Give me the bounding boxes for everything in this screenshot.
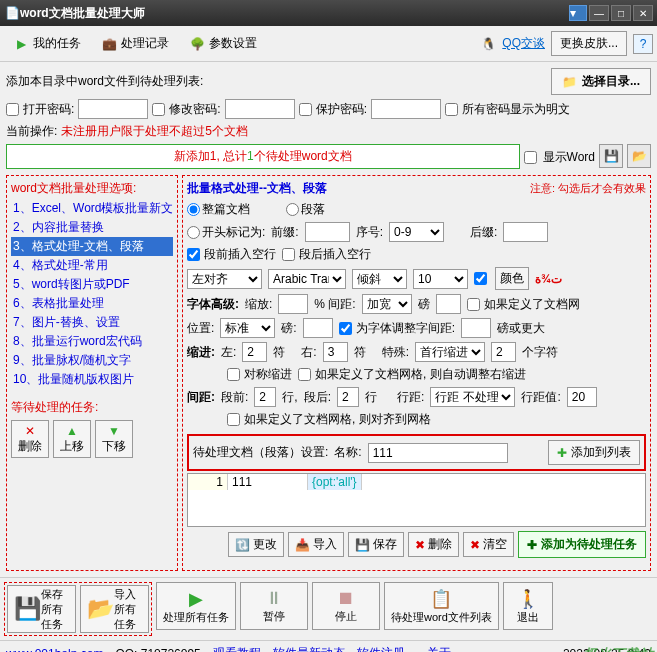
color-button[interactable]: 颜色 [495,267,529,290]
floppy-icon: 💾 [14,596,41,622]
sym-indent-check[interactable]: 对称缩进 [227,366,292,383]
adjust-font-check[interactable]: 为字体调整字间距: [339,320,455,337]
import-all-button[interactable]: 📂导入所有任务 [80,585,149,633]
current-op-value: 未注册用户限于处理不超过5个文档 [61,123,248,140]
prefix-input[interactable] [305,222,350,242]
zoom-input[interactable] [278,294,308,314]
seq-select[interactable]: 0-9 [389,222,444,242]
site-link[interactable]: www.001help.com [6,647,103,653]
indent-right-input[interactable] [323,342,348,362]
settings-grid[interactable]: 1 111 {opt:'all'} [187,473,646,527]
change-button[interactable]: 🔃更改 [228,532,284,557]
row-name: 111 [228,474,308,490]
close-button[interactable]: ✕ [633,5,653,21]
option-item[interactable]: 2、内容批量替换 [11,218,173,237]
stop-button[interactable]: ⏹停止 [312,582,380,630]
pound2-input[interactable] [303,318,333,338]
open-password-input[interactable] [78,99,148,119]
pause-icon: ⏸ [265,588,283,609]
insert-before-check[interactable]: 段前插入空行 [187,246,276,263]
options-panel: word文档批量处理选项: 1、Excel、Word模板批量新文件 2、内容批量… [6,175,178,571]
suffix-input[interactable] [503,222,548,242]
tab-settings[interactable]: 🌳参数设置 [180,30,266,57]
news-link[interactable]: 软件最新动态 [273,645,345,652]
delete-button[interactable]: ✖删除 [408,532,459,557]
style-select[interactable]: 倾斜 [352,269,407,289]
window-dropdown[interactable]: ▾ [569,5,587,21]
pause-button[interactable]: ⏸暂停 [240,582,308,630]
start-mark-radio[interactable]: 开头标记为: [187,224,265,241]
window-title: word文档批量处理大师 [20,5,569,22]
line-val-input[interactable] [567,387,597,407]
option-item[interactable]: 5、word转图片或PDF [11,275,173,294]
x-icon: ✕ [25,424,35,438]
paragraph-radio[interactable]: 段落 [286,201,325,218]
select-dir-button[interactable]: 📁选择目录... [551,68,651,95]
modify-password-input[interactable] [225,99,295,119]
tab-my-tasks[interactable]: ▶我的任务 [4,30,90,57]
open-password-check[interactable]: 打开密码: [6,101,74,118]
adjust-pound-input[interactable] [461,318,491,338]
maximize-button[interactable]: □ [611,5,631,21]
tab-history[interactable]: 💼处理记录 [92,30,178,57]
protect-password-check[interactable]: 保护密码: [299,101,367,118]
import-button[interactable]: 📥导入 [288,532,344,557]
protect-password-input[interactable] [371,99,441,119]
option-item[interactable]: 4、格式处理-常用 [11,256,173,275]
move-up-button[interactable]: ▲上移 [53,420,91,458]
snap-grid-check[interactable]: 如果定义了文档网格, 则对齐到网格 [227,411,431,428]
color-check[interactable] [474,272,487,285]
option-item[interactable]: 9、批量脉权/随机文字 [11,351,173,370]
chars-input[interactable] [491,342,516,362]
before-input[interactable] [254,387,276,407]
pending-list-button[interactable]: 📋待处理word文件列表 [384,582,499,630]
add-pending-button[interactable]: ✚添加为待处理任务 [518,531,646,558]
modify-password-check[interactable]: 修改密码: [152,101,220,118]
open-icon-button[interactable]: 📂 [627,144,651,168]
register-link[interactable]: 软件注册... [357,645,415,652]
save-icon: 💾 [355,538,370,552]
option-item[interactable]: 8、批量运行word宏代码 [11,332,173,351]
insert-after-check[interactable]: 段后插入空行 [282,246,371,263]
name-input[interactable] [368,443,508,463]
table-row[interactable]: 1 111 {opt:'all'} [188,474,645,490]
delete-task-button[interactable]: ✕删除 [11,420,49,458]
option-item[interactable]: 1、Excel、Word模板批量新文件 [11,199,173,218]
skin-button[interactable]: 更换皮肤... [551,31,627,56]
position-select[interactable]: 标准 [220,318,275,338]
about-link[interactable]: 关于... [427,645,461,652]
qq-link[interactable]: QQ交谈 [502,35,545,52]
option-item[interactable]: 10、批量随机版权图片 [11,370,173,389]
define-grid-check[interactable]: 如果定义了文档网 [467,296,580,313]
exit-button[interactable]: 🚶退出 [503,582,553,630]
plaintext-check[interactable]: 所有密码显示为明文 [445,101,570,118]
move-down-button[interactable]: ▼下移 [95,420,133,458]
tutorial-link[interactable]: 观看教程 [213,645,261,652]
option-item[interactable]: 3、格式处理-文档、段落 [11,237,173,256]
size-select[interactable]: 10 [413,269,468,289]
display-word-check[interactable]: 显示Word [524,144,595,171]
special-select[interactable]: 首行缩进 [415,342,485,362]
save-icon-button[interactable]: 💾 [599,144,623,168]
font-select[interactable]: Arabic Tran [268,269,346,289]
minimize-button[interactable]: — [589,5,609,21]
after-input[interactable] [337,387,359,407]
process-all-button[interactable]: ▶处理所有任务 [156,582,236,630]
pound-input[interactable] [436,294,461,314]
save-all-button[interactable]: 💾保存所有任务 [7,585,76,633]
option-item[interactable]: 6、表格批量处理 [11,294,173,313]
add-to-list-button[interactable]: ✚添加到列表 [548,440,640,465]
save-button[interactable]: 💾保存 [348,532,404,557]
indent-left-input[interactable] [242,342,267,362]
whole-doc-radio[interactable]: 整篇文档 [187,201,250,218]
dir-label: 添加本目录中word文件到待处理列表: [6,73,203,90]
panel-title: 批量格式处理--文档、段落 [187,180,327,197]
option-item[interactable]: 7、图片-替换、设置 [11,313,173,332]
help-button[interactable]: ? [633,34,653,54]
clear-button[interactable]: ✖清空 [463,532,514,557]
list-icon: 📋 [430,588,452,610]
align-select[interactable]: 左对齐 [187,269,262,289]
line-spacing-select[interactable]: 行距 不处理 [430,387,515,407]
spacing-select[interactable]: 加宽 [362,294,412,314]
auto-adjust-check[interactable]: 如果定义了文档网格, 则自动调整右缩进 [298,366,526,383]
